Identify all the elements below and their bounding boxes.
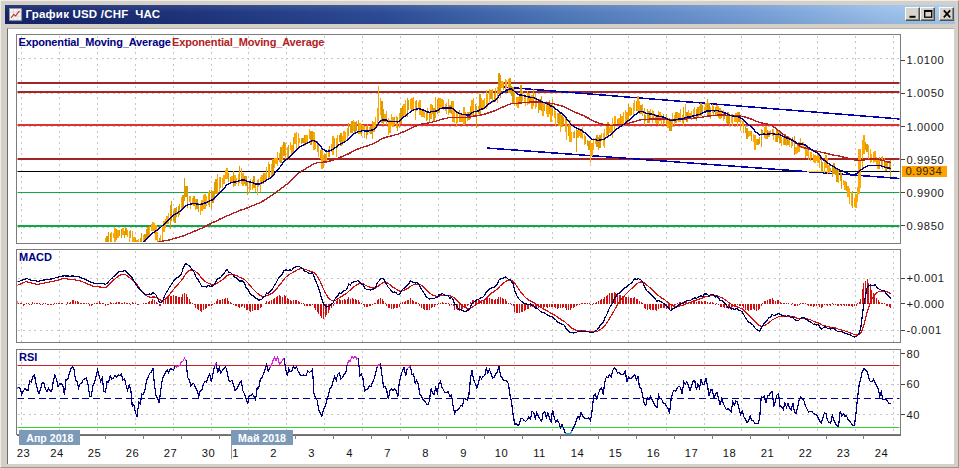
svg-text:Май 2018: Май 2018 — [238, 432, 286, 444]
svg-text:17: 17 — [685, 447, 698, 459]
svg-text:21: 21 — [761, 447, 774, 459]
svg-text:0.9934: 0.9934 — [906, 165, 943, 177]
svg-text:15: 15 — [609, 447, 622, 459]
svg-text:4: 4 — [346, 447, 353, 459]
svg-text:0.9900: 0.9900 — [907, 187, 945, 199]
svg-text:40: 40 — [907, 409, 921, 421]
svg-text:1.0100: 1.0100 — [907, 54, 945, 66]
svg-text:0.9850: 0.9850 — [907, 220, 945, 232]
svg-text:8: 8 — [422, 447, 429, 459]
svg-text:-0.001: -0.001 — [907, 324, 942, 336]
svg-text:11: 11 — [533, 447, 546, 459]
svg-text:+0.001: +0.001 — [907, 272, 945, 284]
svg-text:30: 30 — [202, 447, 215, 459]
svg-text:27: 27 — [164, 447, 177, 459]
svg-text:60: 60 — [907, 378, 921, 390]
svg-text:1.0050: 1.0050 — [907, 87, 945, 99]
svg-text:3: 3 — [308, 447, 315, 459]
svg-text:24: 24 — [50, 447, 63, 459]
svg-text:24: 24 — [875, 447, 888, 459]
svg-text:Апр 2018: Апр 2018 — [26, 432, 73, 444]
svg-text:26: 26 — [126, 447, 139, 459]
svg-text:9: 9 — [460, 447, 467, 459]
svg-text:14: 14 — [571, 447, 584, 459]
svg-text:1: 1 — [232, 447, 239, 459]
svg-text:MACD: MACD — [19, 251, 52, 263]
svg-text:+0.000: +0.000 — [907, 298, 945, 310]
svg-text:0.9950: 0.9950 — [907, 154, 945, 166]
svg-text:23: 23 — [837, 447, 850, 459]
svg-text:23: 23 — [17, 447, 30, 459]
svg-text:Exponential_Moving_Average: Exponential_Moving_Average — [19, 36, 171, 48]
svg-text:7: 7 — [384, 447, 391, 459]
svg-text:16: 16 — [647, 447, 660, 459]
svg-text:22: 22 — [799, 447, 812, 459]
svg-text:25: 25 — [88, 447, 101, 459]
svg-text:2: 2 — [270, 447, 277, 459]
svg-text:80: 80 — [907, 348, 921, 360]
svg-text:Exponential_Moving_Average: Exponential_Moving_Average — [172, 36, 324, 48]
svg-text:RSI: RSI — [19, 351, 37, 363]
svg-text:10: 10 — [495, 447, 508, 459]
svg-text:18: 18 — [723, 447, 736, 459]
svg-text:1.0000: 1.0000 — [907, 121, 945, 133]
